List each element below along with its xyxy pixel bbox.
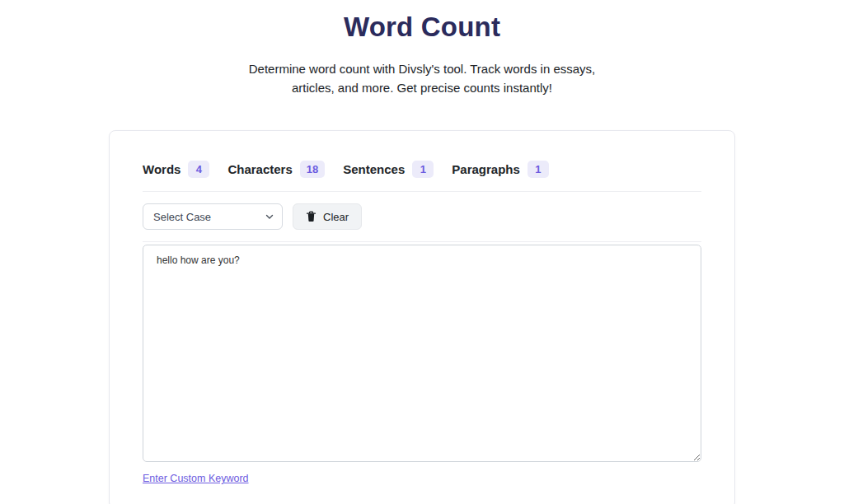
page-subtitle: Determine word count with Divsly's tool.… bbox=[208, 59, 636, 97]
select-case-wrapper: Select Case bbox=[143, 203, 283, 230]
text-input[interactable]: hello how are you? bbox=[143, 245, 701, 462]
trash-icon bbox=[306, 211, 316, 222]
stat-words-label: Words bbox=[143, 162, 181, 176]
stat-paragraphs-label: Paragraphs bbox=[452, 162, 520, 176]
stat-characters-count-badge: 18 bbox=[300, 161, 325, 178]
stats-divider bbox=[143, 191, 701, 192]
select-case-dropdown[interactable]: Select Case bbox=[143, 203, 283, 230]
stat-sentences-count-badge: 1 bbox=[412, 161, 434, 178]
stat-paragraphs: Paragraphs 1 bbox=[452, 161, 549, 178]
subtitle-line-1: Determine word count with Divsly's tool.… bbox=[249, 62, 596, 76]
stat-words-count-badge: 4 bbox=[188, 161, 209, 178]
custom-keyword-link[interactable]: Enter Custom Keyword bbox=[143, 473, 249, 484]
stat-sentences-label: Sentences bbox=[343, 162, 405, 176]
stat-words: Words 4 bbox=[143, 161, 209, 178]
subtitle-line-2: articles, and more. Get precise counts i… bbox=[292, 81, 552, 95]
word-count-card: Words 4 Characters 18 Sentences 1 Paragr… bbox=[109, 130, 735, 504]
clear-button[interactable]: Clear bbox=[293, 203, 362, 230]
stat-paragraphs-count-badge: 1 bbox=[528, 161, 549, 178]
stats-row: Words 4 Characters 18 Sentences 1 Paragr… bbox=[143, 161, 701, 178]
stat-characters: Characters 18 bbox=[227, 161, 325, 178]
controls-row: Select Case Clear bbox=[143, 203, 701, 230]
clear-button-label: Clear bbox=[323, 211, 349, 223]
controls-divider bbox=[143, 241, 701, 242]
page-title: Word Count bbox=[0, 12, 844, 43]
stat-characters-label: Characters bbox=[227, 162, 292, 176]
stat-sentences: Sentences 1 bbox=[343, 161, 434, 178]
